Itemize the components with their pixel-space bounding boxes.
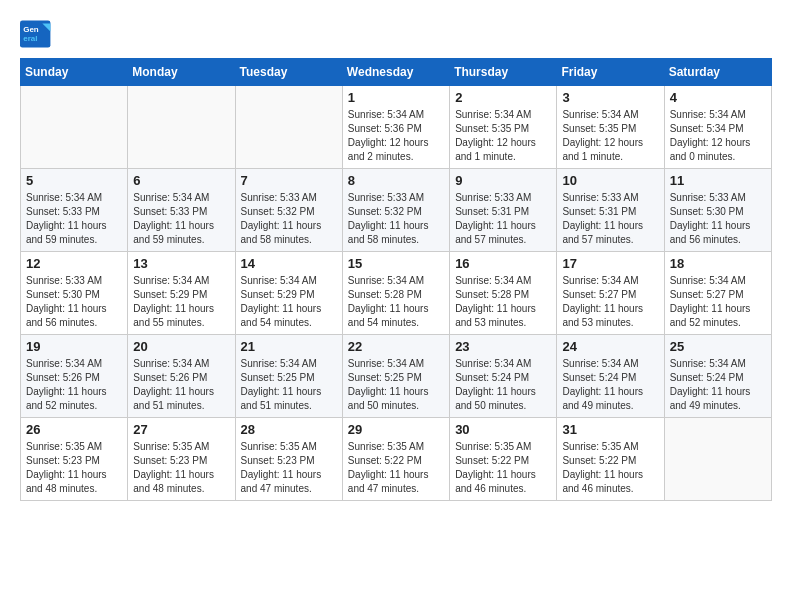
weekday-header-wednesday: Wednesday (342, 59, 449, 86)
day-number: 4 (670, 90, 766, 105)
calendar-day-1: 1Sunrise: 5:34 AM Sunset: 5:36 PM Daylig… (342, 86, 449, 169)
calendar-empty-cell (21, 86, 128, 169)
calendar-day-14: 14Sunrise: 5:34 AM Sunset: 5:29 PM Dayli… (235, 252, 342, 335)
calendar-day-11: 11Sunrise: 5:33 AM Sunset: 5:30 PM Dayli… (664, 169, 771, 252)
day-number: 13 (133, 256, 229, 271)
calendar-day-20: 20Sunrise: 5:34 AM Sunset: 5:26 PM Dayli… (128, 335, 235, 418)
day-number: 29 (348, 422, 444, 437)
day-number: 11 (670, 173, 766, 188)
logo-icon: Gen eral (20, 20, 52, 48)
day-number: 31 (562, 422, 658, 437)
day-number: 5 (26, 173, 122, 188)
calendar-day-17: 17Sunrise: 5:34 AM Sunset: 5:27 PM Dayli… (557, 252, 664, 335)
weekday-header-monday: Monday (128, 59, 235, 86)
calendar-day-5: 5Sunrise: 5:34 AM Sunset: 5:33 PM Daylig… (21, 169, 128, 252)
day-info: Sunrise: 5:33 AM Sunset: 5:31 PM Dayligh… (455, 191, 551, 247)
day-number: 30 (455, 422, 551, 437)
day-info: Sunrise: 5:35 AM Sunset: 5:23 PM Dayligh… (26, 440, 122, 496)
calendar-day-12: 12Sunrise: 5:33 AM Sunset: 5:30 PM Dayli… (21, 252, 128, 335)
day-info: Sunrise: 5:35 AM Sunset: 5:22 PM Dayligh… (455, 440, 551, 496)
calendar-day-27: 27Sunrise: 5:35 AM Sunset: 5:23 PM Dayli… (128, 418, 235, 501)
day-info: Sunrise: 5:34 AM Sunset: 5:27 PM Dayligh… (562, 274, 658, 330)
calendar-week-1: 1Sunrise: 5:34 AM Sunset: 5:36 PM Daylig… (21, 86, 772, 169)
day-info: Sunrise: 5:34 AM Sunset: 5:34 PM Dayligh… (670, 108, 766, 164)
calendar-day-31: 31Sunrise: 5:35 AM Sunset: 5:22 PM Dayli… (557, 418, 664, 501)
calendar-day-26: 26Sunrise: 5:35 AM Sunset: 5:23 PM Dayli… (21, 418, 128, 501)
day-number: 1 (348, 90, 444, 105)
calendar-empty-cell (128, 86, 235, 169)
day-info: Sunrise: 5:34 AM Sunset: 5:27 PM Dayligh… (670, 274, 766, 330)
day-info: Sunrise: 5:34 AM Sunset: 5:33 PM Dayligh… (133, 191, 229, 247)
calendar-day-22: 22Sunrise: 5:34 AM Sunset: 5:25 PM Dayli… (342, 335, 449, 418)
day-number: 19 (26, 339, 122, 354)
day-number: 12 (26, 256, 122, 271)
page: Gen eral SundayMondayTuesdayWednesdayThu… (0, 0, 792, 511)
svg-text:Gen: Gen (23, 25, 39, 34)
day-number: 24 (562, 339, 658, 354)
calendar-day-21: 21Sunrise: 5:34 AM Sunset: 5:25 PM Dayli… (235, 335, 342, 418)
day-info: Sunrise: 5:34 AM Sunset: 5:25 PM Dayligh… (348, 357, 444, 413)
day-number: 15 (348, 256, 444, 271)
svg-text:eral: eral (23, 34, 37, 43)
day-number: 7 (241, 173, 337, 188)
calendar-day-25: 25Sunrise: 5:34 AM Sunset: 5:24 PM Dayli… (664, 335, 771, 418)
day-info: Sunrise: 5:34 AM Sunset: 5:26 PM Dayligh… (133, 357, 229, 413)
day-info: Sunrise: 5:34 AM Sunset: 5:28 PM Dayligh… (348, 274, 444, 330)
day-info: Sunrise: 5:35 AM Sunset: 5:22 PM Dayligh… (348, 440, 444, 496)
day-number: 21 (241, 339, 337, 354)
day-number: 18 (670, 256, 766, 271)
day-number: 2 (455, 90, 551, 105)
calendar-day-7: 7Sunrise: 5:33 AM Sunset: 5:32 PM Daylig… (235, 169, 342, 252)
calendar-day-28: 28Sunrise: 5:35 AM Sunset: 5:23 PM Dayli… (235, 418, 342, 501)
calendar-header-row: SundayMondayTuesdayWednesdayThursdayFrid… (21, 59, 772, 86)
calendar-week-5: 26Sunrise: 5:35 AM Sunset: 5:23 PM Dayli… (21, 418, 772, 501)
day-info: Sunrise: 5:33 AM Sunset: 5:31 PM Dayligh… (562, 191, 658, 247)
day-info: Sunrise: 5:35 AM Sunset: 5:22 PM Dayligh… (562, 440, 658, 496)
day-info: Sunrise: 5:34 AM Sunset: 5:29 PM Dayligh… (133, 274, 229, 330)
weekday-header-sunday: Sunday (21, 59, 128, 86)
day-number: 14 (241, 256, 337, 271)
day-info: Sunrise: 5:33 AM Sunset: 5:32 PM Dayligh… (241, 191, 337, 247)
calendar-week-2: 5Sunrise: 5:34 AM Sunset: 5:33 PM Daylig… (21, 169, 772, 252)
day-info: Sunrise: 5:34 AM Sunset: 5:29 PM Dayligh… (241, 274, 337, 330)
header: Gen eral (20, 20, 772, 48)
calendar-day-3: 3Sunrise: 5:34 AM Sunset: 5:35 PM Daylig… (557, 86, 664, 169)
calendar-day-29: 29Sunrise: 5:35 AM Sunset: 5:22 PM Dayli… (342, 418, 449, 501)
calendar-day-8: 8Sunrise: 5:33 AM Sunset: 5:32 PM Daylig… (342, 169, 449, 252)
calendar-day-15: 15Sunrise: 5:34 AM Sunset: 5:28 PM Dayli… (342, 252, 449, 335)
day-info: Sunrise: 5:34 AM Sunset: 5:25 PM Dayligh… (241, 357, 337, 413)
calendar-week-4: 19Sunrise: 5:34 AM Sunset: 5:26 PM Dayli… (21, 335, 772, 418)
calendar-day-23: 23Sunrise: 5:34 AM Sunset: 5:24 PM Dayli… (450, 335, 557, 418)
weekday-header-tuesday: Tuesday (235, 59, 342, 86)
weekday-header-friday: Friday (557, 59, 664, 86)
calendar-empty-cell (664, 418, 771, 501)
weekday-header-thursday: Thursday (450, 59, 557, 86)
calendar-day-24: 24Sunrise: 5:34 AM Sunset: 5:24 PM Dayli… (557, 335, 664, 418)
calendar-week-3: 12Sunrise: 5:33 AM Sunset: 5:30 PM Dayli… (21, 252, 772, 335)
day-info: Sunrise: 5:35 AM Sunset: 5:23 PM Dayligh… (133, 440, 229, 496)
day-info: Sunrise: 5:34 AM Sunset: 5:26 PM Dayligh… (26, 357, 122, 413)
day-number: 8 (348, 173, 444, 188)
day-number: 9 (455, 173, 551, 188)
calendar-day-4: 4Sunrise: 5:34 AM Sunset: 5:34 PM Daylig… (664, 86, 771, 169)
day-info: Sunrise: 5:34 AM Sunset: 5:36 PM Dayligh… (348, 108, 444, 164)
calendar-empty-cell (235, 86, 342, 169)
calendar-day-2: 2Sunrise: 5:34 AM Sunset: 5:35 PM Daylig… (450, 86, 557, 169)
calendar-day-19: 19Sunrise: 5:34 AM Sunset: 5:26 PM Dayli… (21, 335, 128, 418)
calendar-day-6: 6Sunrise: 5:34 AM Sunset: 5:33 PM Daylig… (128, 169, 235, 252)
day-info: Sunrise: 5:34 AM Sunset: 5:33 PM Dayligh… (26, 191, 122, 247)
day-number: 27 (133, 422, 229, 437)
day-info: Sunrise: 5:34 AM Sunset: 5:28 PM Dayligh… (455, 274, 551, 330)
calendar-day-30: 30Sunrise: 5:35 AM Sunset: 5:22 PM Dayli… (450, 418, 557, 501)
calendar-day-10: 10Sunrise: 5:33 AM Sunset: 5:31 PM Dayli… (557, 169, 664, 252)
day-number: 16 (455, 256, 551, 271)
calendar-day-9: 9Sunrise: 5:33 AM Sunset: 5:31 PM Daylig… (450, 169, 557, 252)
logo: Gen eral (20, 20, 58, 48)
day-info: Sunrise: 5:34 AM Sunset: 5:24 PM Dayligh… (670, 357, 766, 413)
calendar-day-16: 16Sunrise: 5:34 AM Sunset: 5:28 PM Dayli… (450, 252, 557, 335)
day-info: Sunrise: 5:35 AM Sunset: 5:23 PM Dayligh… (241, 440, 337, 496)
day-number: 25 (670, 339, 766, 354)
day-number: 6 (133, 173, 229, 188)
day-info: Sunrise: 5:33 AM Sunset: 5:32 PM Dayligh… (348, 191, 444, 247)
day-info: Sunrise: 5:34 AM Sunset: 5:24 PM Dayligh… (562, 357, 658, 413)
